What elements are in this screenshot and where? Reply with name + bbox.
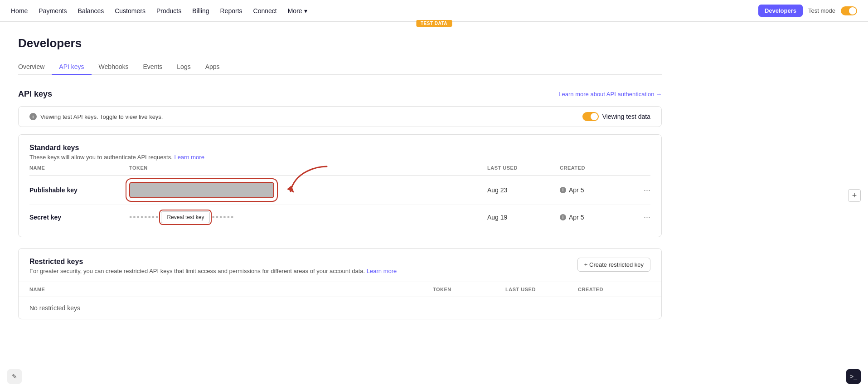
nav-connect[interactable]: Connect: [253, 5, 277, 16]
nav-reports[interactable]: Reports: [220, 5, 242, 16]
col-created: CREATED: [560, 165, 632, 171]
test-data-badge: TEST DATA: [416, 20, 452, 27]
secret-token-wrap: •••••••• Reveal test key ••••••: [129, 211, 234, 223]
standard-keys-section: Standard keys These keys will allow you …: [18, 134, 662, 237]
chevron-down-icon: ▾: [304, 7, 307, 15]
table-row: Secret key •••••••• Reveal test key ••••…: [29, 205, 650, 230]
tab-webhooks[interactable]: Webhooks: [92, 59, 136, 75]
col-last-used: LAST USED: [487, 165, 560, 171]
tab-apps[interactable]: Apps: [198, 59, 227, 75]
restricted-keys-title: Restricted keys: [29, 258, 397, 266]
restricted-col-name: NAME: [29, 287, 433, 292]
tab-events[interactable]: Events: [136, 59, 170, 75]
secret-key-more-menu[interactable]: ···: [632, 213, 650, 222]
plus-button[interactable]: +: [848, 189, 861, 202]
publishable-key-created: i Apr 5: [560, 186, 632, 194]
restricted-keys-learn-more[interactable]: Learn more: [367, 268, 397, 274]
create-restricted-key-button[interactable]: + Create restricted key: [577, 258, 650, 272]
secret-key-created: i Apr 5: [560, 214, 632, 221]
publishable-key-last-used: Aug 23: [487, 186, 560, 194]
api-keys-header: API keys Learn more about API authentica…: [18, 89, 662, 106]
restricted-keys-desc: For greater security, you can create res…: [29, 268, 397, 274]
restricted-col-last-used: LAST USED: [505, 287, 578, 292]
col-name: NAME: [29, 165, 129, 171]
secret-key-token: •••••••• Reveal test key ••••••: [129, 211, 487, 223]
tab-api-keys[interactable]: API keys: [52, 59, 91, 75]
table-header: NAME TOKEN LAST USED CREATED: [29, 161, 650, 176]
col-token: TOKEN: [129, 165, 487, 171]
standard-keys-header: Standard keys These keys will allow you …: [19, 135, 661, 161]
publishable-key-name: Publishable key: [29, 186, 129, 194]
no-restricted-keys-text: No restricted keys: [19, 297, 661, 319]
restricted-col-created: CREATED: [578, 287, 650, 292]
viewing-test-data-label: Viewing test data: [602, 113, 650, 120]
info-bar-left: i Viewing test API keys. Toggle to view …: [29, 113, 163, 120]
secret-created-info-icon: i: [560, 214, 566, 220]
info-bar-text: Viewing test API keys. Toggle to view li…: [40, 113, 163, 120]
standard-keys-learn-more[interactable]: Learn more: [174, 154, 204, 161]
standard-keys-desc: These keys will allow you to authenticat…: [29, 154, 204, 161]
tabs: Overview API keys Webhooks Events Logs A…: [18, 59, 662, 75]
viewing-test-data-toggle[interactable]: [582, 112, 599, 121]
page-content: Developers Overview API keys Webhooks Ev…: [0, 22, 680, 345]
test-mode-toggle[interactable]: [841, 6, 857, 15]
nav-more[interactable]: More ▾: [288, 5, 307, 16]
restricted-keys-header: Restricted keys For greater security, yo…: [19, 249, 661, 282]
nav-links: Home Payments Balances Customers Product…: [11, 5, 758, 16]
test-mode-label: Test mode: [808, 7, 835, 14]
restricted-keys-section: Restricted keys For greater security, yo…: [18, 248, 662, 319]
secret-key-last-used: Aug 19: [487, 214, 560, 221]
standard-keys-title: Standard keys: [29, 144, 204, 152]
publishable-key-more-menu[interactable]: ···: [632, 186, 650, 195]
info-bar: i Viewing test API keys. Toggle to view …: [18, 106, 662, 127]
developers-button[interactable]: Developers: [758, 5, 803, 17]
restricted-col-token: TOKEN: [433, 287, 505, 292]
standard-keys-table: NAME TOKEN LAST USED CREATED Publishable…: [19, 161, 661, 237]
tab-logs[interactable]: Logs: [170, 59, 198, 75]
token-masked-value: [129, 182, 274, 198]
secret-key-name: Secret key: [29, 214, 129, 221]
col-actions: [632, 165, 650, 171]
learn-api-auth-link[interactable]: Learn more about API authentication →: [558, 91, 662, 98]
nav-billing[interactable]: Billing: [192, 5, 209, 16]
secret-token-dots-left: ••••••••: [129, 213, 159, 222]
top-nav: Home Payments Balances Customers Product…: [0, 0, 868, 22]
api-keys-title: API keys: [18, 89, 52, 99]
nav-balances[interactable]: Balances: [78, 5, 104, 16]
nav-customers[interactable]: Customers: [115, 5, 145, 16]
page-title: Developers: [18, 36, 662, 50]
nav-right: Developers Test mode: [758, 5, 857, 17]
info-icon: i: [29, 113, 37, 120]
table-row: Publishable key Aug 23 i Apr 5 ···: [29, 176, 650, 205]
restricted-table-header: NAME TOKEN LAST USED CREATED: [19, 282, 661, 297]
nav-products[interactable]: Products: [156, 5, 181, 16]
nav-payments[interactable]: Payments: [39, 5, 67, 16]
created-info-icon: i: [560, 187, 566, 193]
tab-overview[interactable]: Overview: [18, 59, 52, 75]
reveal-test-key-button[interactable]: Reveal test key: [161, 211, 210, 223]
nav-home[interactable]: Home: [11, 5, 28, 16]
info-toggle: Viewing test data: [582, 112, 650, 121]
publishable-key-token: [129, 182, 487, 198]
secret-token-dots-right: ••••••: [212, 213, 234, 222]
